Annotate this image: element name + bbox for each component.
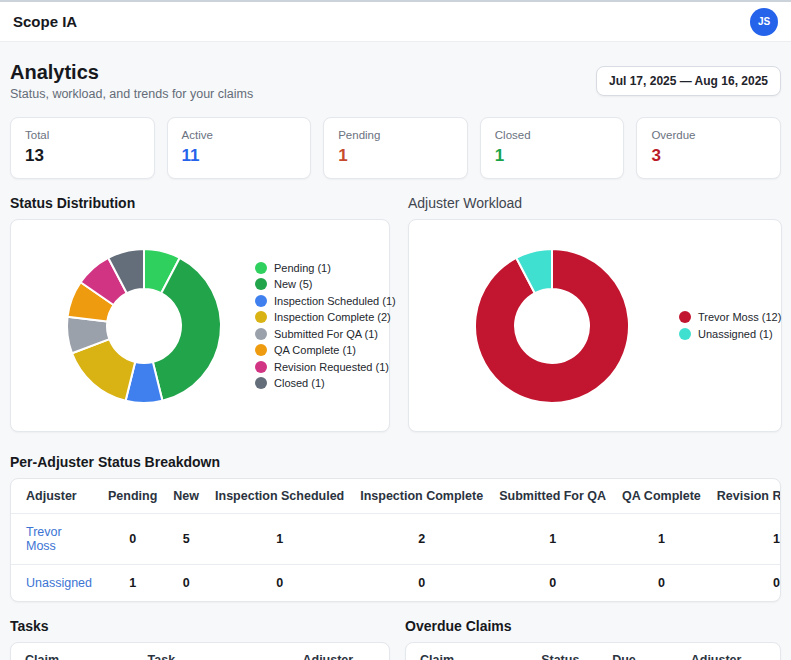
stat-label: Overdue [651, 128, 766, 142]
legend-dot [255, 311, 267, 323]
cell-inspection-scheduled: 0 [207, 565, 352, 602]
cell-pending: 0 [100, 514, 165, 565]
cell-new: 0 [165, 565, 207, 602]
legend-item-trevor-moss[interactable]: Trevor Moss (12) [679, 311, 781, 324]
adjuster-workload-section: Adjuster Workload Trevor Moss (12)Unassi… [408, 195, 782, 432]
adjuster-workload-title: Adjuster Workload [408, 195, 782, 211]
legend-label: Trevor Moss (12) [698, 311, 781, 324]
charts-row: Status Distribution Pending (1)New (5)In… [10, 195, 781, 432]
cell-qa-complete: 0 [614, 565, 709, 602]
legend-label: Inspection Scheduled (1) [274, 295, 396, 308]
legend-item-submitted-for-qa[interactable]: Submitted For QA (1) [255, 328, 396, 341]
cell-revision-requested: 1 [709, 514, 781, 565]
column-header-inspection-scheduled: Inspection Scheduled [207, 479, 352, 514]
column-header-submitted-for-qa: Submitted For QA [491, 479, 614, 514]
legend-item-inspection-scheduled[interactable]: Inspection Scheduled (1) [255, 295, 396, 308]
table-row: Trevor Moss 0 5 1 2 1 1 1 1 [11, 514, 781, 565]
stat-value: 1 [338, 145, 453, 166]
column-header-adjuster: Adjuster [11, 479, 100, 514]
legend-item-inspection-complete[interactable]: Inspection Complete (2) [255, 311, 396, 324]
stat-label: Pending [338, 128, 453, 142]
stat-value: 3 [651, 145, 766, 166]
overdue-claims-section: Overdue Claims Claim Status Due Adjuster… [405, 618, 781, 660]
adjuster-link-unassigned[interactable]: Unassigned [26, 576, 92, 590]
cell-qa-complete: 1 [614, 514, 709, 565]
overdue-claims-table-card: Claim Status Due Adjuster CLM-2024-10001… [405, 642, 781, 660]
legend-dot [255, 344, 267, 356]
per-adjuster-breakdown-table-card: Adjuster Pending New Inspection Schedule… [10, 478, 781, 602]
tasks-table: Claim Task Adjuster CLM-2025-0306 Submit… [11, 643, 389, 660]
tasks-table-card: Claim Task Adjuster CLM-2025-0306 Submit… [10, 642, 390, 660]
bottom-row: Tasks Claim Task Adjuster CLM-2025-0306 … [10, 618, 781, 660]
table-header-row: Adjuster Pending New Inspection Schedule… [11, 479, 781, 514]
stat-value: 13 [25, 145, 140, 166]
per-adjuster-breakdown-title: Per-Adjuster Status Breakdown [10, 454, 781, 470]
legend-dot [255, 295, 267, 307]
table-header-row: Claim Status Due Adjuster [406, 643, 780, 660]
user-avatar[interactable]: JS [750, 8, 778, 36]
column-header-claim: Claim [11, 643, 140, 660]
adjuster-workload-chart-card: Trevor Moss (12)Unassigned (1) [408, 219, 782, 432]
legend-dot [255, 278, 267, 290]
status-distribution-donut [59, 241, 229, 411]
status-distribution-legend: Pending (1)New (5)Inspection Scheduled (… [255, 260, 396, 392]
date-range-button[interactable]: Jul 17, 2025 — Aug 16, 2025 [596, 66, 781, 96]
cell-submitted-for-qa: 1 [491, 514, 614, 565]
legend-dot [679, 311, 691, 323]
stat-card-pending: Pending 1 [323, 117, 468, 179]
table-header-row: Claim Task Adjuster [11, 643, 389, 660]
cell-pending: 1 [100, 565, 165, 602]
cell-inspection-complete: 0 [352, 565, 491, 602]
legend-item-unassigned[interactable]: Unassigned (1) [679, 328, 781, 341]
legend-label: Inspection Complete (2) [274, 311, 391, 324]
legend-item-closed[interactable]: Closed (1) [255, 377, 396, 390]
cell-inspection-scheduled: 1 [207, 514, 352, 565]
legend-item-qa-complete[interactable]: QA Complete (1) [255, 344, 396, 357]
column-header-status: Status [533, 643, 604, 660]
stat-label: Closed [495, 128, 610, 142]
legend-label: Pending (1) [274, 262, 331, 275]
legend-dot [255, 262, 267, 274]
legend-dot [255, 328, 267, 340]
column-header-adjuster: Adjuster [683, 643, 780, 660]
column-header-pending: Pending [100, 479, 165, 514]
stat-label: Active [182, 128, 297, 142]
column-header-qa-complete: QA Complete [614, 479, 709, 514]
cell-inspection-complete: 2 [352, 514, 491, 565]
per-adjuster-breakdown-table: Adjuster Pending New Inspection Schedule… [11, 479, 781, 601]
legend-label: Closed (1) [274, 377, 325, 390]
legend-item-revision-requested[interactable]: Revision Requested (1) [255, 361, 396, 374]
page-title: Analytics [10, 60, 253, 84]
legend-label: QA Complete (1) [274, 344, 356, 357]
column-header-new: New [165, 479, 207, 514]
column-header-inspection-complete: Inspection Complete [352, 479, 491, 514]
legend-item-new[interactable]: New (5) [255, 278, 396, 291]
adjuster-link-trevor-moss[interactable]: Trevor Moss [26, 525, 62, 553]
stat-card-active: Active 11 [167, 117, 312, 179]
column-header-revision-requested: Revision Requested [709, 479, 781, 514]
cell-revision-requested: 0 [709, 565, 781, 602]
analytics-page: Analytics Status, workload, and trends f… [0, 42, 791, 660]
adjuster-workload-donut [467, 241, 637, 411]
stat-card-total: Total 13 [10, 117, 155, 179]
status-distribution-section: Status Distribution Pending (1)New (5)In… [10, 195, 390, 432]
stat-cards-row: Total 13 Active 11 Pending 1 Closed 1 Ov… [10, 117, 781, 179]
cell-new: 5 [165, 514, 207, 565]
legend-label: New (5) [274, 278, 313, 291]
legend-dot [255, 361, 267, 373]
adjuster-workload-legend: Trevor Moss (12)Unassigned (1) [679, 309, 781, 342]
stat-value: 1 [495, 145, 610, 166]
table-row: Unassigned 1 0 0 0 0 0 0 0 [11, 565, 781, 602]
page-heading-group: Analytics Status, workload, and trends f… [10, 60, 253, 101]
status-distribution-title: Status Distribution [10, 195, 390, 211]
stat-card-overdue: Overdue 3 [636, 117, 781, 179]
legend-label: Unassigned (1) [698, 328, 773, 341]
tasks-section: Tasks Claim Task Adjuster CLM-2025-0306 … [10, 618, 390, 660]
overdue-claims-title: Overdue Claims [405, 618, 781, 634]
legend-dot [679, 328, 691, 340]
page-subtitle: Status, workload, and trends for your cl… [10, 87, 253, 101]
legend-item-pending[interactable]: Pending (1) [255, 262, 396, 275]
column-header-claim: Claim [406, 643, 533, 660]
app-brand: Scope IA [13, 13, 77, 30]
legend-dot [255, 377, 267, 389]
